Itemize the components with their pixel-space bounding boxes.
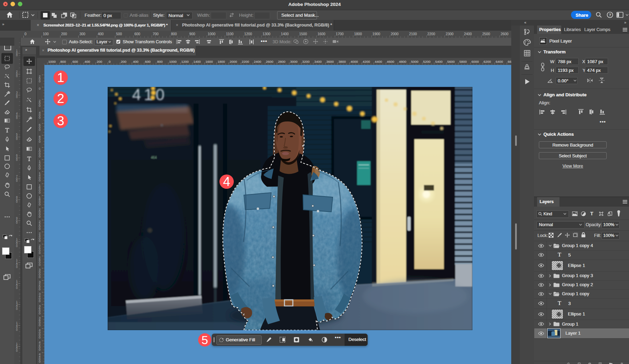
svg-text:464: 464: [151, 156, 157, 159]
svg-text:?: ?: [609, 13, 611, 17]
svg-text:410: 410: [132, 87, 167, 104]
